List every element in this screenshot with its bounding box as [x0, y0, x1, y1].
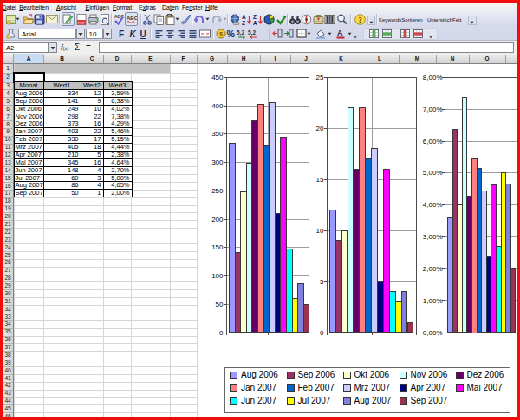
svg-text:ABC: ABC: [127, 16, 137, 21]
svg-text:5,2: 5,2: [248, 29, 256, 36]
svg-text:A: A: [337, 29, 343, 37]
svg-text:5,2: 5,2: [237, 29, 244, 36]
svg-text:%: %: [227, 29, 236, 39]
svg-text:Z: Z: [242, 19, 245, 25]
svg-text:PDF: PDF: [78, 20, 86, 24]
svg-text:A: A: [253, 19, 257, 25]
svg-text:?: ?: [358, 16, 362, 24]
